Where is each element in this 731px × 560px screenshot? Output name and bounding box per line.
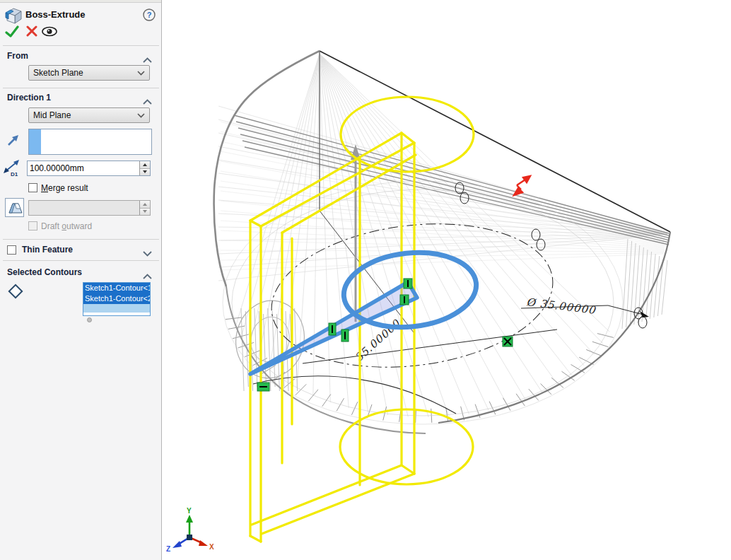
draft-button[interactable] (5, 198, 24, 217)
depth-d1-icon: D1 (2, 159, 23, 180)
chevron-up-icon[interactable] (143, 269, 152, 282)
graphics-viewport[interactable]: Ø 35.00000 35.00000 (162, 0, 731, 560)
list-item[interactable]: Sketch1-Contour<1> (83, 283, 150, 293)
direction-arrow[interactable] (514, 176, 530, 195)
help-icon[interactable]: ? (142, 8, 156, 25)
panel-title: Boss-Extrude (25, 9, 86, 20)
draft-outward-checkbox (28, 221, 37, 231)
chevron-down-icon (137, 71, 145, 76)
selected-contours-label: Selected Contours (7, 267, 82, 277)
triad-z-label: Z (166, 545, 170, 553)
model-canvas[interactable]: Ø 35.00000 35.00000 (162, 0, 731, 560)
panel-resize-grip[interactable] (87, 317, 92, 322)
draft-spinner (139, 201, 150, 215)
direction1-section-label: Direction 1 (7, 93, 51, 103)
draft-angle-input (29, 203, 139, 213)
spin-down-button[interactable] (140, 169, 150, 176)
propertymanager-tabstrip (0, 0, 161, 3)
spin-up-button[interactable] (140, 161, 150, 169)
end-condition-dropdown[interactable]: Mid Plane (28, 107, 150, 123)
divider (3, 88, 159, 88)
merge-result-checkbox[interactable] (28, 183, 37, 192)
selected-contours-list[interactable]: Sketch1-Contour<1> Sketch1-Contour<2> (83, 282, 151, 316)
cancel-button[interactable] (26, 25, 37, 40)
depth-input[interactable] (28, 163, 139, 173)
contour-select-diamond-icon (6, 282, 25, 303)
active-selection-stripe (29, 129, 42, 154)
chevron-down-icon (137, 113, 145, 118)
from-plane-dropdown[interactable]: Sketch Plane (28, 65, 150, 81)
reference-triad: Y Z X (166, 507, 214, 553)
draft-angle-field (28, 200, 151, 216)
svg-text:?: ? (147, 11, 152, 19)
end-condition-value: Mid Plane (33, 110, 71, 120)
from-plane-value: Sketch Plane (33, 68, 83, 78)
solidworks-window: Boss-Extrude ? From Sket (0, 0, 731, 560)
chevron-up-icon[interactable] (143, 53, 152, 66)
thin-feature-checkbox[interactable] (7, 245, 16, 255)
depth-field[interactable] (27, 161, 151, 176)
list-selection-filler (83, 304, 150, 313)
ok-button[interactable] (5, 25, 19, 41)
svg-text:D1: D1 (11, 171, 18, 177)
draft-outward-label: Draft outward (41, 221, 92, 231)
property-manager-panel: Boss-Extrude ? From Sket (0, 0, 162, 560)
direction-reference-box[interactable] (28, 129, 152, 155)
wireframe-hatch (218, 54, 669, 423)
preview-eye-button[interactable] (41, 26, 58, 40)
boss-extrude-icon (4, 6, 23, 27)
chevron-down-icon[interactable] (143, 247, 152, 259)
extrude-direction-icon (6, 133, 21, 150)
triad-y-label: Y (187, 507, 192, 515)
divider (3, 260, 159, 261)
from-section-label: From (7, 51, 28, 61)
triad-x-label: X (209, 543, 214, 551)
chevron-up-icon[interactable] (143, 95, 152, 107)
divider (3, 239, 159, 240)
divider (3, 45, 159, 46)
depth-spinner[interactable] (139, 161, 150, 175)
list-item[interactable]: Sketch1-Contour<2> (83, 293, 150, 304)
diameter-dimension[interactable]: Ø 35.00000 (526, 296, 597, 317)
thin-feature-label: Thin Feature (22, 245, 73, 255)
merge-result-label: Merge result (41, 183, 88, 193)
